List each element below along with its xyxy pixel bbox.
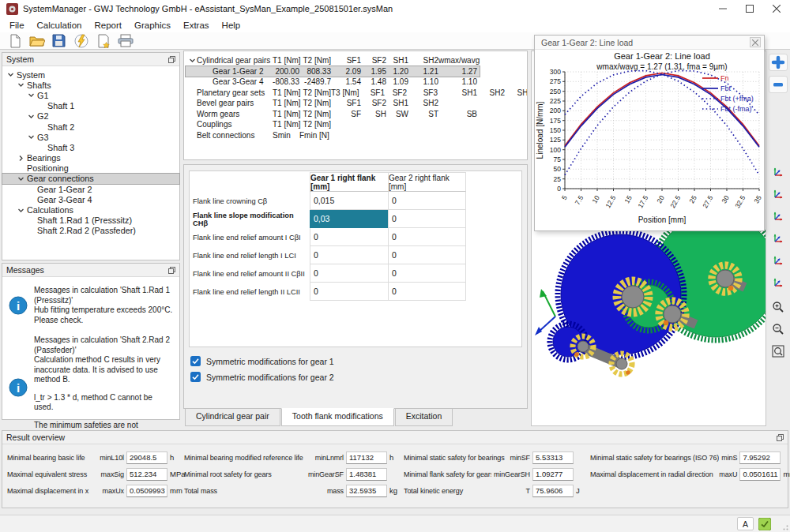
tree-item-g3[interactable]: G3 [2,132,179,142]
mod-value-gear1[interactable]: 0 [310,264,388,283]
close-button[interactable] [763,0,790,17]
axis-view-5-button[interactable] [769,251,788,268]
gear-row-worm-gears[interactable]: Worm gearsT1 [Nm]T2 [Nm]SFSHSWSTSB [186,109,480,120]
result-value-field[interactable]: 32.5935 [346,485,387,497]
axis-view-1-button[interactable] [769,163,788,180]
print-button[interactable] [115,33,135,49]
chevron-down-icon[interactable] [188,57,197,64]
mod-value-gear2[interactable]: 0 [388,210,466,228]
chevron-down-icon[interactable] [17,207,25,214]
tab-cylindrical-gear-pair[interactable]: Cylindrical gear pair [185,409,280,426]
tree-item-shaft-1[interactable]: Shaft 1 [2,101,179,111]
zoom-in-button[interactable] [769,298,788,316]
tree-item-positioning[interactable]: Positioning [2,163,179,174]
chevron-down-icon[interactable] [17,81,25,88]
tree-item-gear-3-gear-4[interactable]: Gear 3-Gear 4 [2,194,179,204]
result-value-field[interactable]: 7.95292 [739,451,781,464]
tree-item-system[interactable]: System [2,69,179,80]
result-value-field[interactable]: 5.53313 [532,451,574,464]
axis-view-3-button[interactable] [769,207,788,224]
zoom-out-button[interactable] [769,320,788,338]
close-icon[interactable] [750,37,761,47]
mod-value-gear2[interactable]: 0 [388,246,466,264]
gear-row-planetary-gear-sets[interactable]: Planetary gear setsT1 [Nm]T2 [Nm]T3 [Nm]… [186,88,528,99]
result-value-field[interactable]: 512.234 [126,468,167,481]
tree-item-bearings[interactable]: Bearings [2,153,179,163]
checkbox-symmetric-gear1[interactable]: Symmetric modifications for gear 1 [190,356,522,366]
mod-value-gear2[interactable]: 0 [388,228,466,246]
float-panel-icon[interactable] [168,267,175,274]
result-value-field[interactable]: 75.9606 [532,485,574,497]
tree-item-shaft-2-rad-2-passfeder[interactable]: Shaft 2.Rad 2 (Passfeder) [2,226,179,236]
gear-row-bevel-gear-pairs[interactable]: Bevel gear pairsT1 [Nm]T2 [Nm]SF1SF2SH1S… [186,98,441,109]
mod-value-gear1[interactable]: 0 [310,228,388,246]
tree-item-gear-connections[interactable]: Gear connections [2,174,179,184]
axis-view-2-button[interactable] [769,185,788,202]
system-panel-header: System [2,53,179,66]
chevron-down-icon[interactable] [27,113,36,120]
result-value-field[interactable]: 1.09277 [532,468,574,481]
menu-item-extras[interactable]: Extras [177,19,216,32]
chevron-down-icon[interactable] [17,175,25,182]
tree-item-shafts[interactable]: Shafts [2,80,179,90]
open-file-button[interactable] [27,33,47,49]
menu-item-calculation[interactable]: Calculation [31,19,88,32]
gear-row-cylindrical-gear-pairs[interactable]: Cylindrical gear pairsT1 [Nm]T2 [Nm]SF1S… [186,55,480,66]
chevron-right-icon[interactable] [17,155,25,162]
chevron-down-icon[interactable] [27,133,36,140]
tree-item-gear-1-gear-2[interactable]: Gear 1-Gear 2 [2,184,179,194]
float-panel-icon[interactable] [168,56,175,63]
mod-value-gear2[interactable]: 0 [388,264,466,283]
mod-value-gear2[interactable]: 0 [388,192,466,210]
result-value-field[interactable]: 0.0509993 [126,485,167,497]
result-label: Minimal static safety for bearings (ISO … [590,454,719,462]
new-report-button[interactable] [93,33,113,49]
result-value-field[interactable]: 0.0501611 [739,468,781,481]
messages-list: iMessages in calculation 'Shaft 1.Rad 1 … [2,277,179,442]
tree-item-shaft-3[interactable]: Shaft 3 [2,142,179,152]
new-file-button[interactable] [5,33,24,49]
chevron-down-icon[interactable] [27,92,36,99]
maximize-button[interactable] [736,0,763,17]
font-button[interactable]: A [737,517,754,530]
menu-item-help[interactable]: Help [216,19,247,32]
mod-value-gear1[interactable]: 0 [310,246,388,264]
minimize-button[interactable] [709,0,736,17]
gear-row-gear-1-gear-2[interactable]: Gear 1-Gear 2200.00808.332.091.951.201.2… [186,66,480,77]
result-label: Minimal flank safety for gears [404,470,491,478]
result-value-field[interactable]: 117132 [346,451,387,464]
add-button[interactable] [769,54,788,71]
gear-row-couplings[interactable]: CouplingsT1 [Nm]T2 [Nm] [186,119,333,130]
checkbox-symmetric-gear2[interactable]: Symmetric modifications for gear 2 [190,372,522,382]
tree-item-calculations[interactable]: Calculations [2,204,179,215]
tab-excitation[interactable]: Excitation [395,409,453,426]
axis-view-6-button[interactable] [769,273,788,290]
checkbox-checked-icon [190,372,201,382]
menu-item-file[interactable]: File [3,19,31,32]
calculate-button[interactable] [71,33,91,49]
gear-cell: SH3 [505,88,528,97]
line-load-window-titlebar[interactable]: Gear 1-Gear 2: Line load [535,36,764,50]
resize-grip[interactable] [781,523,788,530]
result-value-field[interactable]: 29048.5 [126,451,167,464]
menu-item-report[interactable]: Report [88,19,128,32]
tab-tooth-flank-modifications[interactable]: Tooth flank modifications [281,408,394,426]
chevron-down-icon[interactable] [6,71,15,78]
zoom-fit-button[interactable] [769,343,788,360]
tree-item-shaft-2[interactable]: Shaft 2 [2,122,179,132]
tree-item-shaft-1-rad-1-presssitz[interactable]: Shaft 1.Rad 1 (Presssitz) [2,215,179,226]
menu-item-graphics[interactable]: Graphics [128,19,177,32]
remove-button[interactable] [769,76,788,93]
axis-view-4-button[interactable] [769,229,788,246]
mod-value-gear1[interactable]: 0,03 [310,210,388,228]
gear-row-belt-connections[interactable]: Belt connectionsSminFmin [N] [186,130,333,141]
tree-item-g2[interactable]: G2 [2,111,179,122]
mod-value-gear1[interactable]: 0,015 [310,192,388,210]
save-file-button[interactable] [49,33,69,49]
mod-value-gear1[interactable]: 0 [310,283,388,301]
tree-item-g1[interactable]: G1 [2,90,179,100]
mod-value-gear2[interactable]: 0 [388,283,466,301]
float-panel-icon[interactable] [777,434,784,441]
result-value-field[interactable]: 1.48381 [346,468,387,481]
gear-row-gear-3-gear-4[interactable]: Gear 3-Gear 4-808.33-2489.71.541.481.091… [186,77,480,88]
